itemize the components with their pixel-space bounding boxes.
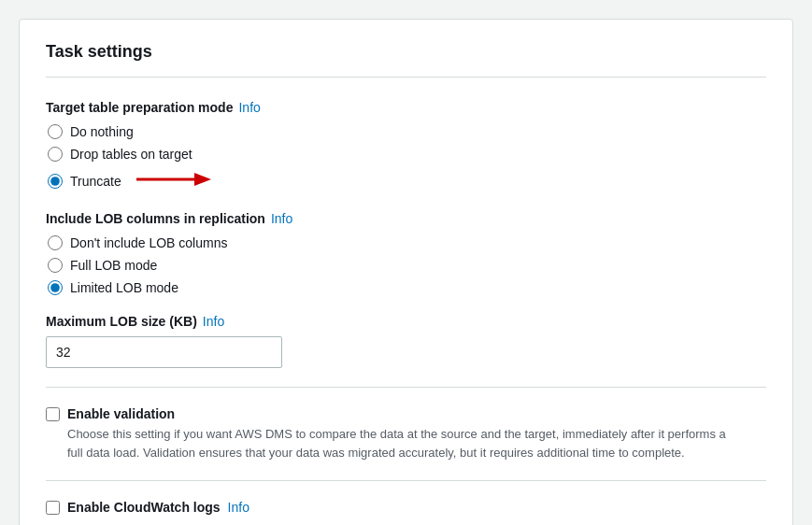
target-table-prep-info-link[interactable]: Info — [238, 100, 260, 115]
radio-do-nothing-label: Do nothing — [70, 124, 134, 139]
enable-validation-section: Enable validation Choose this setting if… — [46, 406, 766, 461]
radio-dont-include-input[interactable] — [48, 235, 63, 250]
radio-drop-tables[interactable]: Drop tables on target — [48, 147, 766, 162]
task-settings-card: Task settings Target table preparation m… — [19, 19, 793, 525]
lob-columns-text: Include LOB columns in replication — [46, 211, 265, 226]
radio-truncate[interactable]: Truncate — [48, 169, 766, 192]
max-lob-size-input[interactable] — [46, 336, 282, 368]
cloudwatch-logs-checkbox[interactable] — [46, 501, 60, 515]
max-lob-size-info-link[interactable]: Info — [203, 314, 224, 329]
enable-validation-checkbox[interactable] — [46, 407, 60, 421]
radio-full-lob-label: Full LOB mode — [70, 258, 157, 273]
radio-drop-tables-label: Drop tables on target — [70, 147, 192, 162]
target-table-prep-label: Target table preparation mode Info — [46, 100, 766, 115]
radio-truncate-label: Truncate — [70, 174, 121, 189]
radio-full-lob-input[interactable] — [48, 258, 63, 273]
lob-columns-section: Include LOB columns in replication Info … — [46, 211, 766, 295]
radio-full-lob[interactable]: Full LOB mode — [48, 258, 766, 273]
radio-do-nothing-input[interactable] — [48, 124, 63, 139]
radio-dont-include[interactable]: Don't include LOB columns — [48, 235, 766, 250]
target-table-prep-radio-group: Do nothing Drop tables on target Truncat… — [48, 124, 766, 192]
cloudwatch-logs-section: Enable CloudWatch logs Info — [46, 500, 766, 515]
max-lob-size-text: Maximum LOB size (KB) — [46, 314, 197, 329]
max-lob-size-label: Maximum LOB size (KB) Info — [46, 314, 766, 329]
svg-marker-1 — [194, 173, 211, 186]
cloudwatch-logs-checkbox-item[interactable]: Enable CloudWatch logs Info — [46, 500, 766, 515]
enable-validation-description: Choose this setting if you want AWS DMS … — [67, 425, 740, 461]
divider-1 — [46, 387, 766, 388]
card-title: Task settings — [46, 42, 766, 78]
radio-truncate-input[interactable] — [48, 174, 63, 189]
target-table-prep-section: Target table preparation mode Info Do no… — [46, 100, 766, 192]
truncate-arrow — [136, 169, 211, 192]
lob-columns-label: Include LOB columns in replication Info — [46, 211, 766, 226]
radio-drop-tables-input[interactable] — [48, 147, 63, 162]
max-lob-size-section: Maximum LOB size (KB) Info — [46, 314, 766, 368]
radio-limited-lob-input[interactable] — [48, 280, 63, 295]
radio-do-nothing[interactable]: Do nothing — [48, 124, 766, 139]
radio-dont-include-label: Don't include LOB columns — [70, 235, 227, 250]
cloudwatch-logs-label: Enable CloudWatch logs — [67, 500, 221, 515]
target-table-prep-text: Target table preparation mode — [46, 100, 233, 115]
cloudwatch-logs-info-link[interactable]: Info — [228, 500, 249, 515]
radio-limited-lob[interactable]: Limited LOB mode — [48, 280, 766, 295]
enable-validation-checkbox-item[interactable]: Enable validation — [46, 406, 766, 421]
radio-limited-lob-label: Limited LOB mode — [70, 280, 178, 295]
enable-validation-label: Enable validation — [67, 406, 175, 421]
lob-columns-radio-group: Don't include LOB columns Full LOB mode … — [48, 235, 766, 295]
lob-columns-info-link[interactable]: Info — [271, 211, 292, 226]
divider-2 — [46, 480, 766, 481]
